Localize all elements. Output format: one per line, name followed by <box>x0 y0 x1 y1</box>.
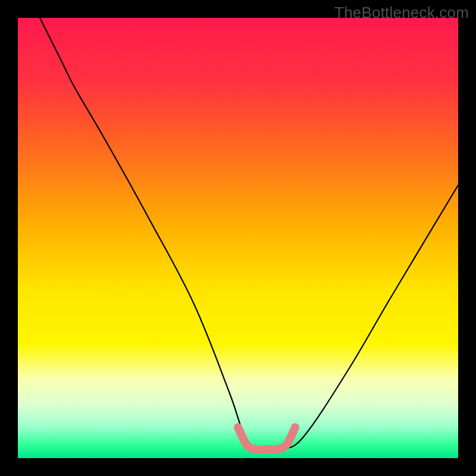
series-flat-region-marker <box>238 427 295 450</box>
watermark-text: TheBottleneck.com <box>334 4 469 22</box>
plot-area <box>18 18 458 458</box>
curve-layer <box>18 18 458 458</box>
series-bottleneck-curve <box>40 18 458 451</box>
chart-frame: TheBottleneck.com <box>0 0 476 476</box>
